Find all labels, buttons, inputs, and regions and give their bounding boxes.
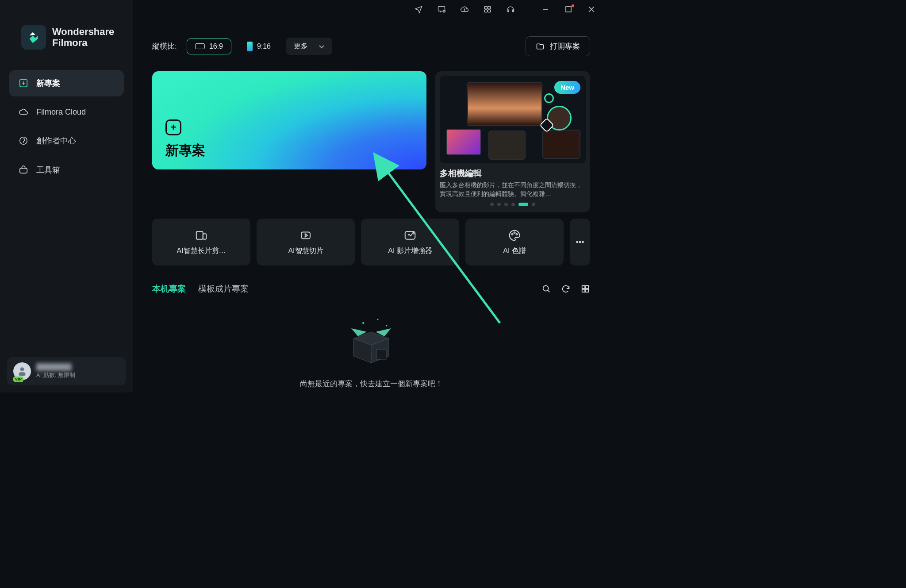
tools-row: AI智慧长片剪… AI智慧切片 AI 影片增強器 AI 色譜 (152, 219, 590, 265)
tool-label: AI智慧长片剪… (177, 246, 226, 256)
promo-card[interactable]: New 多相機編輯 匯入多台相機的影片，並在不同角度之間流暢切換，實現高效且便利… (435, 71, 590, 212)
tool-label: AI 色譜 (503, 246, 526, 256)
promo-image: New (440, 76, 586, 163)
svg-point-39 (362, 322, 364, 324)
ratio-9-16-button[interactable]: 9:16 (238, 38, 279, 55)
open-project-label: 打開專案 (550, 41, 580, 51)
chevron-down-icon (319, 43, 325, 50)
svg-point-25 (576, 242, 578, 243)
more-icon (575, 237, 585, 247)
refresh-icon (561, 284, 571, 294)
svg-rect-32 (586, 289, 588, 292)
ratio-more-label: 更多 (294, 42, 308, 51)
tool-ai-long-clip[interactable]: AI智慧长片剪… (152, 219, 250, 265)
svg-point-14 (20, 367, 24, 371)
new-badge: New (554, 81, 580, 94)
svg-point-23 (514, 232, 515, 233)
app-logo-icon (21, 25, 46, 50)
svg-rect-7 (512, 10, 514, 12)
sidebar-item-cloud[interactable]: Filmora Cloud (9, 99, 124, 125)
svg-point-24 (516, 234, 518, 235)
ratio-label-text: 16:9 (209, 42, 223, 50)
svg-rect-2 (484, 6, 487, 9)
ratio-more-button[interactable]: 更多 (286, 38, 332, 55)
sidebar-item-label: Filmora Cloud (36, 108, 86, 117)
sidebar-item-label: 新專案 (36, 78, 60, 88)
sidebar-item-toolbox[interactable]: 工具箱 (9, 157, 124, 183)
svg-point-27 (582, 242, 584, 243)
svg-point-41 (386, 325, 388, 327)
titlebar-separator (528, 5, 528, 13)
avatar: VIP (13, 362, 31, 380)
svg-rect-15 (19, 372, 25, 376)
plus-icon: + (165, 119, 181, 135)
brand-name: Wondershare Filmora (52, 26, 114, 49)
user-card[interactable]: VIP ████████ AI 點數: 無限制 (7, 357, 126, 385)
window-close[interactable] (584, 2, 599, 17)
window-minimize[interactable] (538, 2, 553, 17)
svg-rect-3 (488, 6, 491, 9)
empty-text: 尚無最近的專案，快去建立一個新專案吧！ (300, 379, 443, 389)
portrait-icon (247, 42, 253, 51)
tools-more-button[interactable] (570, 219, 590, 265)
aspect-ratio-label: 縱橫比: (152, 41, 177, 51)
search-button[interactable] (541, 284, 551, 296)
svg-rect-17 (203, 234, 207, 239)
svg-point-12 (20, 137, 27, 145)
main-area: 縱橫比: 16:9 9:16 更多 打開專案 + 新專案 New (133, 19, 604, 392)
search-icon (541, 284, 551, 294)
apps-icon[interactable] (480, 2, 495, 17)
tool-ai-color[interactable]: AI 色譜 (465, 219, 564, 265)
sidebar-item-creator-center[interactable]: 創作者中心 (9, 127, 124, 154)
svg-point-40 (377, 319, 379, 320)
grid-icon (580, 284, 590, 294)
message-dot-icon[interactable] (434, 2, 449, 17)
svg-rect-8 (566, 7, 571, 12)
svg-rect-4 (484, 10, 487, 12)
svg-marker-9 (30, 35, 38, 43)
tab-template-projects[interactable]: 模板成片專案 (198, 283, 249, 296)
window-maximize[interactable] (561, 2, 576, 17)
svg-rect-38 (376, 350, 386, 359)
tool-label: AI智慧切片 (288, 246, 323, 256)
new-project-title: 新專案 (165, 142, 205, 160)
svg-point-22 (512, 234, 513, 235)
open-project-button[interactable]: 打開專案 (526, 36, 590, 56)
new-project-card[interactable]: + 新專案 (152, 71, 426, 169)
empty-box-icon (345, 314, 398, 367)
svg-rect-18 (301, 232, 310, 238)
grid-view-button[interactable] (580, 284, 590, 296)
tool-ai-enhancer[interactable]: AI 影片增強器 (361, 219, 459, 265)
svg-marker-10 (30, 32, 35, 36)
headset-icon[interactable] (503, 2, 518, 17)
tab-local-projects[interactable]: 本机專案 (152, 283, 186, 296)
svg-rect-0 (438, 6, 445, 11)
carousel-dots[interactable] (440, 203, 586, 206)
sidebar: Wondershare Filmora 新專案 Filmora Cloud 創作… (0, 0, 133, 392)
svg-rect-5 (488, 10, 491, 12)
refresh-button[interactable] (561, 284, 571, 296)
svg-point-26 (579, 242, 580, 243)
landscape-icon (195, 43, 205, 49)
hero-row: + 新專案 New 多相機編輯 匯入多台相機的影片，並在不同角度之間流暢切換，實… (152, 71, 590, 212)
svg-rect-13 (20, 168, 27, 173)
vip-badge: VIP (13, 377, 23, 382)
user-ai-points: AI 點數: 無限制 (36, 371, 75, 379)
empty-state: 尚無最近的專案，快去建立一個新專案吧！ (152, 314, 590, 389)
svg-rect-30 (586, 286, 588, 288)
ratio-label-text: 9:16 (257, 42, 271, 50)
user-name: ████████ (36, 363, 75, 370)
cloud-download-icon[interactable] (457, 2, 472, 17)
ratio-16-9-button[interactable]: 16:9 (187, 38, 231, 54)
svg-marker-19 (305, 234, 307, 237)
sidebar-item-new-project[interactable]: 新專案 (9, 70, 124, 96)
send-icon[interactable] (411, 2, 426, 17)
svg-point-21 (413, 232, 414, 234)
tool-ai-slice[interactable]: AI智慧切片 (257, 219, 355, 265)
svg-rect-31 (582, 289, 585, 292)
promo-desc: 匯入多台相機的影片，並在不同角度之間流暢切換，實現高效且便利的編輯體驗。簡化複雜… (440, 181, 586, 198)
svg-rect-29 (582, 286, 585, 288)
svg-point-28 (543, 286, 549, 291)
sidebar-item-label: 工具箱 (36, 165, 60, 175)
svg-rect-6 (507, 10, 509, 12)
